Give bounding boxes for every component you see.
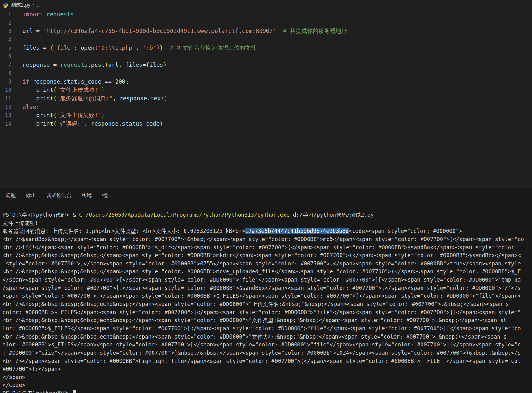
code-text: print("服务器返回的消息:", response.text) <box>22 94 532 103</box>
chevron-right-icon: › <box>33 2 34 8</box>
code-text <box>22 35 532 44</box>
code-text <box>22 69 532 78</box>
editor-line[interactable]: 12else: <box>0 103 532 111</box>
line-number: 4 <box>0 35 11 44</box>
terminal-row: <br />if(!</span><span style="color: #00… <box>3 244 532 252</box>
tab-problems[interactable]: 问题 <box>5 188 16 203</box>
tab-output[interactable]: 输出 <box>25 188 37 203</box>
indent-guide <box>24 94 24 103</box>
line-number: 13 <box>0 111 11 120</box>
terminal-row: /span><span style="color: #007700">],</s… <box>3 284 532 292</box>
terminal-row: <br />&nbsp;&nbsp;&nbsp;&nbsp;echo&nbsp;… <box>3 316 532 325</box>
tab-debug-console[interactable]: 调试控制台 <box>46 188 72 203</box>
line-number: 6 <box>0 52 11 61</box>
terminal-row: <br />&nbsp;&nbsp;&nbsp;&nbsp;</span><sp… <box>3 252 532 260</box>
editor-line[interactable]: 14 print("错误码:", response.status_code) <box>0 120 532 128</box>
bottom-panel: 问题 输出 调试控制台 终端 端口 PS D:\学习\python代码> & C… <box>0 188 532 393</box>
terminal-row: PS D:\学习\python代码> & C:/Users/25050/AppD… <box>3 211 532 219</box>
editor-line[interactable]: 11 print("服务器返回的消息:", response.text) <box>0 94 532 103</box>
python-file-icon <box>3 2 9 8</box>
terminal-row: </code> <box>3 381 532 390</box>
editor-line[interactable]: 3url = 'http://c346afa4-c755-4b91-930d-b… <box>0 27 532 35</box>
terminal-cursor <box>73 390 76 393</box>
editor-line[interactable]: 9if response.status_code == 200: <box>0 78 532 86</box>
terminal-row: <span style="color: #007700">.</span><sp… <box>3 292 532 300</box>
code-text: url = 'http://c346afa4-c755-4b91-930d-b3… <box>22 27 532 35</box>
line-number: 8 <box>0 69 11 78</box>
code-text: files = {'file': open('D:\\1.php', 'rb')… <box>22 44 532 52</box>
code-text <box>22 52 532 61</box>
terminal-row: olor: #0000BB">$_FILES</span><span style… <box>3 341 532 349</box>
breadcrumb-symbol-ellipsis[interactable]: ... <box>37 2 42 8</box>
editor-line[interactable]: 13 print("文件上传失败!") <box>0 111 532 120</box>
tab-ports[interactable]: 端口 <box>101 188 113 203</box>
code-text: else: <box>22 103 532 111</box>
terminal[interactable]: PS D:\学习\python代码> & C:/Users/25050/AppD… <box>0 203 532 393</box>
terminal-row: <br /></span><span style="color: #0000BB… <box>3 357 532 365</box>
line-number: 11 <box>0 94 11 103</box>
breadcrumb[interactable]: 测试2.py › ... <box>0 0 532 10</box>
terminal-row: <br />$sandBox&nbsp;</span><span style="… <box>3 235 532 244</box>
terminal-row: : #DD0000">"size"</span><span style="col… <box>3 349 532 357</box>
terminal-row: </span> <box>3 373 532 382</box>
breadcrumb-filename[interactable]: 测试2.py <box>11 2 30 9</box>
line-number: 1 <box>0 10 11 19</box>
terminal-row: <br />&nbsp;&nbsp;&nbsp;&nbsp;echo&nbsp;… <box>3 300 532 309</box>
terminal-row: lor: #0000BB">$_FILES</span><span style=… <box>3 325 532 333</box>
editor-line[interactable]: 8 <box>0 69 532 78</box>
code-text: print("文件上传失败!") <box>22 111 532 120</box>
code-text: import requests <box>22 10 532 19</box>
tab-terminal[interactable]: 终端 <box>81 188 92 203</box>
line-number: 9 <box>0 78 11 86</box>
code-editor[interactable]: 1import requests23url = 'http://c346afa4… <box>0 10 532 188</box>
terminal-row: PS D:\学习\python代码> <box>3 390 532 393</box>
indent-guide <box>24 86 24 94</box>
code-text: print("错误码:", response.status_code) <box>22 120 532 128</box>
code-text: response = requests.post(url, files=file… <box>22 61 532 69</box>
line-number: 5 <box>0 44 11 52</box>
vscode-window: 测试2.py › ... 1import requests23url = 'ht… <box>0 0 532 393</box>
code-text: print("文件上传成功!") <box>22 86 532 94</box>
line-number: 10 <box>0 86 11 94</box>
line-number: 2 <box>0 19 11 27</box>
indent-guide <box>24 120 24 128</box>
line-number: 7 <box>0 61 11 69</box>
editor-line[interactable]: 4 <box>0 35 532 44</box>
terminal-row: style="color: #007700">,</span><span sty… <box>3 260 532 268</box>
code-text <box>22 19 532 27</box>
editor-lines: 1import requests23url = 'http://c346afa4… <box>0 10 532 128</box>
editor-line[interactable]: 10 print("文件上传成功!") <box>0 86 532 94</box>
editor-line[interactable]: 6 <box>0 52 532 61</box>
line-number: 14 <box>0 120 11 128</box>
editor-line[interactable]: 7response = requests.post(url, files=fil… <box>0 61 532 69</box>
terminal-row: 文件上传成功! <box>3 219 532 228</box>
indent-guide <box>24 111 24 120</box>
editor-line[interactable]: 1import requests <box>0 10 532 19</box>
code-text: if response.status_code == 200: <box>22 78 532 86</box>
line-number: 3 <box>0 27 11 35</box>
terminal-row: #007700">);</span> <box>3 365 532 373</box>
terminal-row: <br />&nbsp;&nbsp;&nbsp;&nbsp;echo&nbsp;… <box>3 333 532 341</box>
panel-tab-bar: 问题 输出 调试控制台 终端 端口 <box>0 188 532 203</box>
line-number: 12 <box>0 103 11 111</box>
terminal-row: </span><span style="color: #007700">[</s… <box>3 276 532 284</box>
editor-line[interactable]: 5files = {'file': open('D:\\1.php', 'rb'… <box>0 44 532 52</box>
terminal-row: <br />&nbsp;&nbsp;&nbsp;&nbsp;</span><sp… <box>3 268 532 276</box>
terminal-row: 服务器返回的消息: 上传文件名: 1.php<br>文件类型: <br>文件大小… <box>3 227 532 235</box>
editor-line[interactable]: 2 <box>0 19 532 27</box>
terminal-row: color: #0000BB">$_FILES</span><span styl… <box>3 309 532 317</box>
